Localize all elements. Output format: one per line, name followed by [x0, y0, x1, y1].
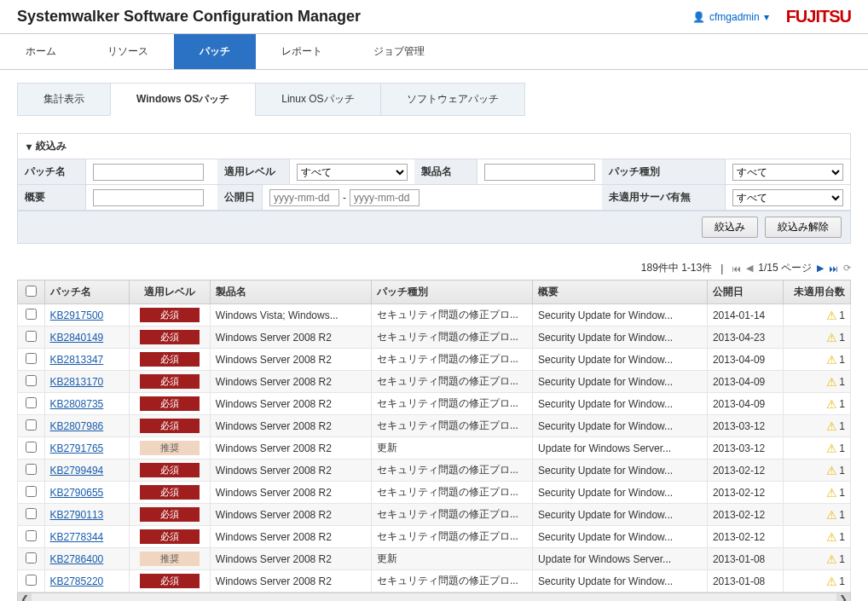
patch-type-select[interactable]: すべて: [732, 164, 843, 181]
table-row: KB2790655必須Windows Server 2008 R2セキュリティ問…: [18, 482, 851, 504]
cell-product: Windows Server 2008 R2: [210, 504, 371, 526]
main-nav-item[interactable]: リソース: [82, 34, 174, 69]
cell-date: 2013-02-12: [707, 526, 783, 548]
header-product[interactable]: 製品名: [210, 280, 371, 304]
patch-link[interactable]: KB2778344: [50, 531, 104, 543]
row-checkbox[interactable]: [26, 309, 37, 320]
warning-icon: ⚠: [826, 397, 837, 411]
row-checkbox[interactable]: [26, 442, 37, 453]
table-row: KB2786400推奨Windows Server 2008 R2更新Updat…: [18, 548, 851, 570]
patch-link[interactable]: KB2790655: [50, 487, 104, 499]
patch-link[interactable]: KB2786400: [50, 553, 104, 565]
clear-filter-button[interactable]: 絞込み解除: [765, 217, 842, 238]
header-level[interactable]: 適用レベル: [130, 280, 211, 304]
app-title: Systemwalker Software Configuration Mana…: [17, 8, 361, 26]
scroll-right-icon[interactable]: ❯: [836, 593, 850, 601]
table-row: KB2808735必須Windows Server 2008 R2セキュリティ問…: [18, 393, 851, 415]
unapplied-count: ⚠1: [789, 486, 845, 500]
warning-icon: ⚠: [826, 575, 837, 588]
cell-type: セキュリティ問題の修正プロ...: [371, 393, 532, 415]
row-checkbox[interactable]: [26, 530, 37, 541]
cell-product: Windows Server 2008 R2: [210, 437, 371, 459]
main-nav-item[interactable]: ジョブ管理: [348, 34, 450, 69]
main-nav-item[interactable]: パッチ: [174, 34, 256, 69]
cell-product: Windows Server 2008 R2: [210, 415, 371, 437]
cell-type: セキュリティ問題の修正プロ...: [371, 570, 532, 592]
patch-link[interactable]: KB2807986: [50, 420, 104, 432]
level-badge: 必須: [140, 374, 200, 389]
sub-tab[interactable]: 集計表示: [17, 83, 111, 116]
cell-summary: Security Update for Window...: [533, 371, 708, 393]
header-patch-name[interactable]: パッチ名: [44, 280, 130, 304]
level-badge: 必須: [140, 529, 200, 544]
cell-product: Windows Vista; Windows...: [210, 304, 371, 327]
row-checkbox[interactable]: [26, 419, 37, 431]
unapplied-count: ⚠1: [789, 442, 845, 455]
patch-link[interactable]: KB2840149: [50, 332, 104, 344]
warning-icon: ⚠: [826, 486, 837, 500]
header-unapplied[interactable]: 未適用台数: [784, 280, 851, 304]
scroll-left-icon[interactable]: ❮: [18, 593, 32, 601]
row-checkbox[interactable]: [26, 397, 37, 408]
level-badge: 推奨: [140, 441, 200, 455]
header-type[interactable]: パッチ種別: [371, 280, 532, 304]
patch-link[interactable]: KB2799494: [50, 465, 104, 477]
row-checkbox[interactable]: [26, 575, 37, 586]
chevron-down-icon: ▾: [764, 11, 769, 23]
row-checkbox[interactable]: [26, 464, 37, 475]
apply-level-select[interactable]: すべて: [297, 164, 408, 181]
cell-summary: Security Update for Window...: [533, 304, 708, 327]
select-all-checkbox[interactable]: [26, 286, 37, 297]
row-checkbox[interactable]: [26, 552, 37, 563]
next-page-icon[interactable]: ▶: [817, 263, 824, 274]
main-nav-item[interactable]: レポート: [256, 34, 348, 69]
main-nav-item[interactable]: ホーム: [0, 34, 82, 69]
refresh-icon[interactable]: ⟳: [843, 263, 851, 274]
label-patch-name: パッチ名: [18, 159, 86, 184]
cell-date: 2013-04-09: [707, 393, 783, 415]
sub-tab[interactable]: Windows OSパッチ: [110, 83, 256, 116]
patch-link[interactable]: KB2785220: [50, 575, 104, 587]
unapplied-count: ⚠1: [789, 375, 845, 389]
date-from-input[interactable]: [269, 189, 339, 206]
patch-link[interactable]: KB2917500: [50, 309, 104, 321]
product-name-input[interactable]: [484, 164, 595, 181]
header-date[interactable]: 公開日: [707, 280, 783, 304]
filter-button[interactable]: 絞込み: [702, 217, 758, 238]
unapplied-count: ⚠1: [789, 575, 845, 588]
warning-icon: ⚠: [826, 552, 837, 566]
label-summary: 概要: [18, 185, 86, 210]
row-checkbox[interactable]: [26, 486, 37, 497]
patch-link[interactable]: KB2813170: [50, 376, 104, 388]
unapplied-server-select[interactable]: すべて: [732, 189, 843, 206]
user-menu[interactable]: 👤 cfmgadmin ▾: [692, 11, 769, 23]
row-checkbox[interactable]: [26, 508, 37, 519]
patch-link[interactable]: KB2808735: [50, 398, 104, 410]
level-badge: 必須: [140, 485, 200, 500]
warning-icon: ⚠: [826, 442, 837, 455]
sub-tab[interactable]: ソフトウェアパッチ: [380, 83, 525, 116]
filter-toggle[interactable]: ▾ 絞込み: [18, 134, 850, 159]
summary-input[interactable]: [93, 189, 204, 206]
patch-link[interactable]: KB2813347: [50, 354, 104, 366]
row-checkbox[interactable]: [26, 331, 37, 342]
app-header: Systemwalker Software Configuration Mana…: [0, 0, 868, 34]
patch-link[interactable]: KB2791765: [50, 442, 104, 454]
row-checkbox[interactable]: [26, 353, 37, 364]
row-checkbox[interactable]: [26, 375, 37, 386]
last-page-icon[interactable]: ⏭: [829, 263, 838, 274]
brand-logo: FUJITSU: [786, 7, 851, 26]
cell-summary: Update for Windows Server...: [533, 548, 708, 570]
patch-name-input[interactable]: [93, 164, 204, 181]
cell-type: セキュリティ問題の修正プロ...: [371, 327, 532, 349]
cell-product: Windows Server 2008 R2: [210, 393, 371, 415]
header-summary[interactable]: 概要: [533, 280, 708, 304]
date-to-input[interactable]: [350, 189, 420, 206]
patch-link[interactable]: KB2790113: [50, 509, 104, 521]
prev-page-icon[interactable]: ◀: [746, 263, 753, 274]
first-page-icon[interactable]: ⏮: [732, 263, 741, 274]
sub-tab[interactable]: Linux OSパッチ: [255, 83, 380, 116]
warning-icon: ⚠: [826, 530, 837, 544]
chevron-down-icon: ▾: [26, 141, 32, 153]
horizontal-scrollbar[interactable]: ❮ ❯: [17, 592, 851, 601]
